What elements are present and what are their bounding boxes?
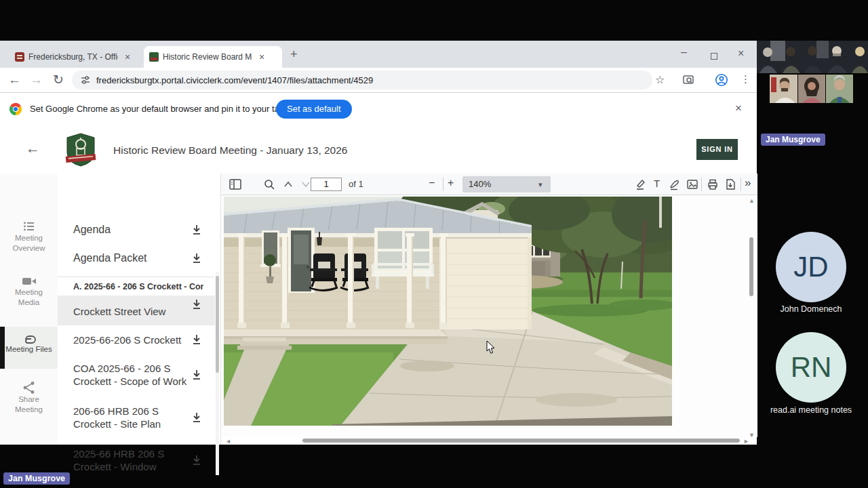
hscroll-left-arrow[interactable]: ◄ <box>225 439 231 445</box>
portal-header: ← Historic Review Board Meeting - Januar… <box>0 125 757 174</box>
window-maximize-button[interactable] <box>711 50 717 62</box>
sidebar-label: Share Meeting <box>7 394 51 415</box>
search-icon[interactable] <box>263 178 275 190</box>
sidebar-item-meeting-overview[interactable]: Meeting Overview <box>0 220 58 253</box>
video-call-stage: Fredericksburg, TX - Official W × Histor… <box>0 0 868 488</box>
browser-tab-strip: Fredericksburg, TX - Official W × Histor… <box>0 41 757 68</box>
webcam-room-video[interactable] <box>757 41 868 73</box>
url-text: fredericksburgtx.portal.civicclerk.com/e… <box>96 75 373 85</box>
set-as-default-button[interactable]: Set as default <box>276 100 352 119</box>
download-file-icon[interactable] <box>724 178 736 190</box>
toolbar-separator <box>741 178 741 191</box>
sidebar-label: Meeting Media <box>7 287 51 308</box>
vscroll-thumb[interactable] <box>749 237 753 296</box>
self-name-label: Jan Musgrove <box>3 472 70 485</box>
paperclip-icon <box>22 335 37 344</box>
sidebar-item-share-meeting[interactable]: Share Meeting <box>0 381 58 415</box>
insert-image-icon[interactable] <box>686 178 698 190</box>
browser-tab-meeting[interactable]: Historic Review Board Meeting × <box>144 46 282 68</box>
avatar-initials: JD <box>793 251 828 283</box>
zoom-value: 140% <box>469 179 491 189</box>
browser-tab-fredericksburg[interactable]: Fredericksburg, TX - Official W × <box>9 46 140 68</box>
file-label: COA 2025-66 - 206 S Crockett - Scope of … <box>73 362 190 388</box>
file-label: 206-66 HRB 206 S Crockett - Site Plan <box>73 405 190 430</box>
draw-tool-icon[interactable] <box>669 178 681 190</box>
download-icon[interactable] <box>191 224 203 236</box>
chevron-down-icon: ▾ <box>538 176 542 192</box>
file-label: Agenda Packet <box>73 252 147 264</box>
reload-button[interactable]: ↻ <box>53 71 64 89</box>
tab-label: Fredericksburg, TX - Official W <box>28 52 118 62</box>
file-label: Crockett Street View <box>73 305 190 318</box>
sidebar-item-meeting-files[interactable]: Meeting Files <box>0 327 58 369</box>
share-icon <box>22 381 36 394</box>
fredericksburg-favicon-icon <box>15 52 24 62</box>
window-minimize-button[interactable]: – <box>681 46 687 58</box>
vscroll-down-arrow[interactable]: ▼ <box>749 432 755 439</box>
hscroll-right-arrow[interactable]: ► <box>743 439 749 445</box>
tab-close-icon[interactable]: × <box>256 52 267 62</box>
print-icon[interactable] <box>707 178 719 190</box>
pdf-toolbar: 1 of 1 − + 140% ▾ T <box>221 174 757 195</box>
zoom-out-button[interactable]: − <box>429 177 435 189</box>
window-close-button[interactable]: × <box>738 47 744 60</box>
street-view-photo <box>224 197 672 426</box>
thumbnail-panel-icon[interactable] <box>229 178 241 190</box>
file-label: 2025-66 HRB 206 S Crockett - Window <box>73 447 190 473</box>
mouse-cursor <box>486 341 496 354</box>
participant-name: read.ai meeting notes <box>755 405 867 415</box>
avatar-initials: RN <box>791 351 832 383</box>
participant-avatar-jd[interactable]: JD <box>776 232 846 302</box>
highlight-tool-icon[interactable] <box>635 178 647 190</box>
file-label: 2025-66-206 S Crockett <box>73 333 190 346</box>
vscroll-up-arrow[interactable]: ▲ <box>749 198 755 204</box>
previous-page-icon[interactable] <box>282 178 294 190</box>
file-label: Agenda <box>73 224 111 236</box>
hscroll-thumb[interactable] <box>302 439 740 443</box>
chrome-menu-icon[interactable]: ⋮ <box>741 73 751 85</box>
city-logo <box>64 132 97 167</box>
text-tool-icon[interactable]: T <box>654 178 660 189</box>
download-icon[interactable] <box>191 369 203 381</box>
download-icon[interactable] <box>191 298 203 310</box>
portal-sidebar: Meeting Overview Meeting Media Meeting F… <box>0 174 58 445</box>
bookmark-star-icon[interactable]: ☆ <box>655 73 665 86</box>
download-icon[interactable] <box>191 454 203 466</box>
list-scrollbar-thumb[interactable] <box>216 276 219 373</box>
profile-icon[interactable] <box>715 73 728 87</box>
webcam-thumb-1[interactable] <box>770 75 797 103</box>
videocam-icon <box>22 275 37 287</box>
list-divider <box>58 277 214 277</box>
webcam-thumb-2[interactable] <box>798 75 825 103</box>
zoom-level-select[interactable]: 140% ▾ <box>462 176 551 192</box>
civicclerk-favicon-icon <box>149 52 159 62</box>
browser-toolbar: ← → ↻ fredericksburgtx.portal.civicclerk… <box>0 68 757 93</box>
back-button[interactable]: ← <box>8 71 21 89</box>
address-bar[interactable]: fredericksburgtx.portal.civicclerk.com/e… <box>72 70 652 89</box>
meeting-files-list: Agenda Agenda Packet A. 2025-66 - 206 S … <box>58 174 220 445</box>
sidebar-item-meeting-media[interactable]: Meeting Media <box>0 275 58 308</box>
participant-avatar-rn[interactable]: RN <box>776 332 846 403</box>
more-tools-icon[interactable]: » <box>745 176 751 190</box>
default-browser-banner: Set Google Chrome as your default browse… <box>0 93 757 125</box>
agenda-item-section-header: A. 2025-66 - 206 S Crockett - Consider .… <box>73 282 203 291</box>
forward-button[interactable]: → <box>30 71 43 89</box>
webcam-thumb-3[interactable] <box>826 75 853 103</box>
new-tab-button[interactable]: + <box>290 47 298 62</box>
sidebar-label: Meeting Files <box>1 344 58 354</box>
meeting-title: Historic Review Board Meeting - January … <box>113 144 347 157</box>
list-icon <box>22 220 36 233</box>
download-icon[interactable] <box>191 252 203 264</box>
download-icon[interactable] <box>191 411 203 424</box>
active-indicator <box>0 327 5 369</box>
zoom-in-button[interactable]: + <box>448 177 454 189</box>
sign-in-button[interactable]: SIGN IN <box>696 139 738 160</box>
site-settings-icon[interactable] <box>80 75 91 85</box>
participant-name: John Domenech <box>755 304 867 314</box>
search-tabs-icon[interactable] <box>682 74 694 86</box>
banner-close-icon[interactable]: × <box>735 102 742 115</box>
download-icon[interactable] <box>191 333 203 346</box>
page-number-input[interactable]: 1 <box>311 178 342 191</box>
tab-close-icon[interactable]: × <box>122 52 133 62</box>
portal-back-button[interactable]: ← <box>26 140 40 157</box>
